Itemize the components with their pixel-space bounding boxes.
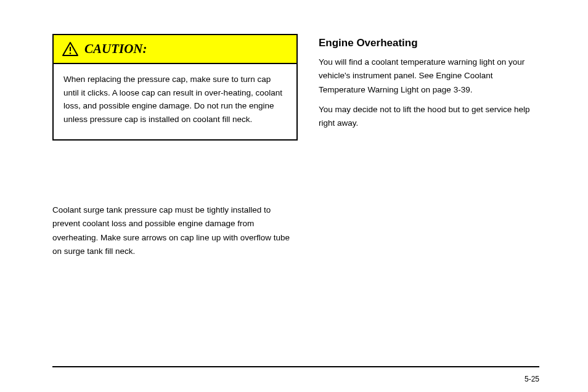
right-paragraph-2: You may decide not to lift the hood but … (319, 103, 539, 131)
right-column: Engine Overheating You will find a coola… (319, 37, 539, 136)
caution-box: CAUTION: When replacing the pressure cap… (52, 34, 298, 141)
caution-title: CAUTION: (84, 41, 147, 57)
left-intro-paragraph: Coolant surge tank pressure cap must be … (52, 203, 298, 258)
caution-body-text: When replacing the pressure cap, make su… (54, 64, 296, 139)
page-number: 5-25 (525, 375, 539, 383)
section-heading-engine-overheating: Engine Overheating (319, 37, 539, 49)
footer-rule (52, 366, 539, 367)
left-column-body: Coolant surge tank pressure cap must be … (52, 203, 298, 264)
svg-point-1 (70, 52, 71, 54)
right-paragraph-1: You will find a coolant temperature warn… (319, 55, 539, 97)
manual-page: CAUTION: When replacing the pressure cap… (52, 0, 539, 392)
warning-icon (62, 42, 78, 57)
caution-header: CAUTION: (54, 35, 296, 64)
